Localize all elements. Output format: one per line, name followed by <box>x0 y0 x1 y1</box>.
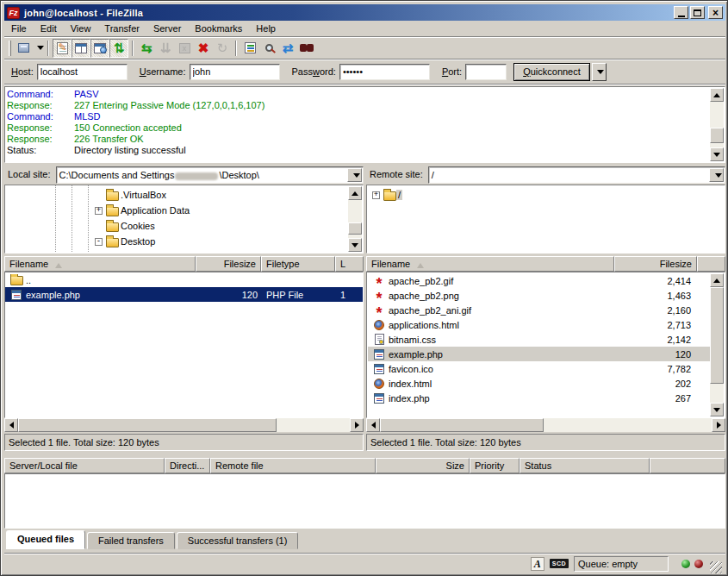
file-row[interactable]: *apache_pb2.gif 2,414 <box>368 273 710 288</box>
find-files-button[interactable] <box>297 39 316 58</box>
close-button[interactable]: × <box>708 6 723 19</box>
quickconnect-button[interactable]: Quickconnect <box>513 63 590 81</box>
compare-directories-button[interactable] <box>259 39 278 58</box>
port-input[interactable] <box>465 64 507 80</box>
scroll-down-button[interactable] <box>710 147 724 161</box>
scroll-thumb[interactable] <box>18 418 277 432</box>
menu-server[interactable]: Server <box>146 22 188 35</box>
log-scrollbar[interactable] <box>710 88 724 161</box>
minimize-button[interactable] <box>674 6 688 19</box>
file-row[interactable]: index.html 202 <box>368 376 710 391</box>
column-priority[interactable]: Priority <box>470 458 520 473</box>
menu-help[interactable]: Help <box>249 22 283 35</box>
column-filesize[interactable]: Filesize <box>196 256 261 272</box>
column-remote-file[interactable]: Remote file <box>210 458 376 473</box>
title-bar[interactable]: Fz john@localhost - FileZilla × <box>4 4 725 21</box>
data-type-icon[interactable]: A <box>531 557 544 571</box>
local-site-combo[interactable]: C:\Documents and Settings\Desktop\ <box>56 166 364 184</box>
maximize-button[interactable] <box>690 6 705 19</box>
local-hscrollbar[interactable] <box>4 418 364 432</box>
reconnect-button[interactable]: ↻ <box>213 39 232 58</box>
toggle-transfer-queue-button[interactable]: ⇅ <box>109 39 128 58</box>
resize-grip[interactable] <box>710 561 722 573</box>
remote-hscrollbar[interactable] <box>366 418 725 432</box>
tree-item-desktop[interactable]: - Desktop <box>5 234 363 249</box>
scroll-left-button[interactable] <box>4 418 18 432</box>
menu-transfer[interactable]: Transfer <box>97 22 146 35</box>
column-filename[interactable]: Filename <box>366 256 614 272</box>
filter-button[interactable] <box>240 39 259 58</box>
column-status[interactable]: Status <box>520 458 650 473</box>
tree-item-application-data[interactable]: + Application Data <box>5 203 363 218</box>
scroll-thumb[interactable] <box>380 418 544 432</box>
remote-site-dropdown[interactable] <box>709 168 724 182</box>
synchronized-browsing-button[interactable]: ⇄ <box>278 39 297 58</box>
message-log[interactable]: Command:PASV Response:227 Entering Passi… <box>4 86 725 163</box>
scroll-right-button[interactable] <box>350 418 364 432</box>
scroll-thumb[interactable] <box>710 287 724 384</box>
site-manager-button[interactable] <box>14 39 33 58</box>
menu-edit[interactable]: Edit <box>34 22 64 35</box>
column-filetype[interactable]: Filetype <box>261 256 335 272</box>
file-row[interactable]: *apache_pb2.png 1,463 <box>368 288 710 303</box>
tab-queued-files[interactable]: Queued files <box>6 530 85 549</box>
tree-item-cookies[interactable]: Cookies <box>5 218 363 234</box>
refresh-button[interactable]: ⇆ <box>137 39 156 58</box>
expander-icon[interactable]: + <box>372 191 380 199</box>
menu-bookmarks[interactable]: Bookmarks <box>188 22 249 35</box>
app-icon[interactable]: Fz <box>7 7 20 19</box>
scroll-up-button[interactable] <box>348 186 362 200</box>
menu-view[interactable]: View <box>64 22 98 35</box>
tab-failed-transfers[interactable]: Failed transfers <box>87 532 175 549</box>
username-input[interactable] <box>190 64 280 80</box>
process-queue-button[interactable]: ⇊ <box>156 39 175 58</box>
scroll-thumb[interactable] <box>348 222 362 235</box>
file-row[interactable]: example.php 120 <box>368 347 710 361</box>
local-file-list[interactable]: .. example.php 120 PHP File 1 <box>4 272 364 418</box>
scroll-down-button[interactable] <box>348 238 362 252</box>
menu-file[interactable]: File <box>4 22 34 35</box>
remote-list-scrollbar[interactable] <box>710 273 724 416</box>
toggle-message-log-button[interactable]: ✎ <box>53 39 72 58</box>
file-row[interactable]: index.php 267 <box>368 391 710 405</box>
expander-icon[interactable]: + <box>95 207 103 215</box>
tree-item-root[interactable]: + / <box>367 187 725 203</box>
local-tree-scrollbar[interactable] <box>348 186 362 252</box>
file-row[interactable]: *apache_pb2_ani.gif 2,160 <box>368 303 710 317</box>
file-row[interactable]: example.php 120 PHP File 1 <box>5 287 363 302</box>
column-direction[interactable]: Directi... <box>165 458 210 473</box>
scroll-left-button[interactable] <box>366 418 380 432</box>
tab-successful-transfers[interactable]: Successful transfers (1) <box>177 532 299 549</box>
column-filesize[interactable]: Filesize <box>614 256 697 272</box>
toggle-remote-tree-button[interactable] <box>90 39 109 58</box>
column-filename[interactable]: Filename <box>4 256 196 272</box>
scroll-right-button[interactable] <box>712 418 725 432</box>
expander-icon[interactable]: - <box>95 238 103 246</box>
queue-list[interactable] <box>4 473 725 529</box>
remote-file-list[interactable]: *apache_pb2.gif 2,414 *apache_pb2.png 1,… <box>366 272 725 418</box>
column-server-local-file[interactable]: Server/Local file <box>4 458 165 473</box>
local-site-dropdown[interactable] <box>347 168 362 182</box>
toggle-local-tree-button[interactable] <box>72 39 90 58</box>
scroll-up-button[interactable] <box>710 88 724 102</box>
password-input[interactable] <box>339 64 430 80</box>
scroll-down-button[interactable] <box>710 403 724 416</box>
scroll-thumb[interactable] <box>710 128 724 143</box>
local-directory-tree[interactable]: .VirtualBox + Application Data Cookies -… <box>4 185 364 254</box>
file-row[interactable]: applications.html 2,713 <box>368 317 710 332</box>
file-row[interactable]: bitnami.css 2,142 <box>368 332 710 347</box>
scroll-up-button[interactable] <box>710 273 724 287</box>
column-lastmodified[interactable]: L <box>335 256 364 272</box>
remote-site-combo[interactable]: / <box>428 166 725 184</box>
site-manager-dropdown[interactable] <box>33 39 44 58</box>
cancel-operation-button[interactable]: x <box>175 39 194 58</box>
disconnect-button[interactable]: ✖ <box>194 39 213 58</box>
folder-icon <box>383 189 396 201</box>
file-row[interactable]: .. <box>5 272 363 287</box>
column-size[interactable]: Size <box>376 458 470 473</box>
tree-item-virtualbox[interactable]: .VirtualBox <box>5 187 363 203</box>
host-input[interactable] <box>37 64 128 80</box>
file-row[interactable]: favicon.ico 7,782 <box>368 361 710 376</box>
quickconnect-dropdown[interactable] <box>592 63 607 81</box>
remote-directory-tree[interactable]: + / <box>366 185 725 254</box>
